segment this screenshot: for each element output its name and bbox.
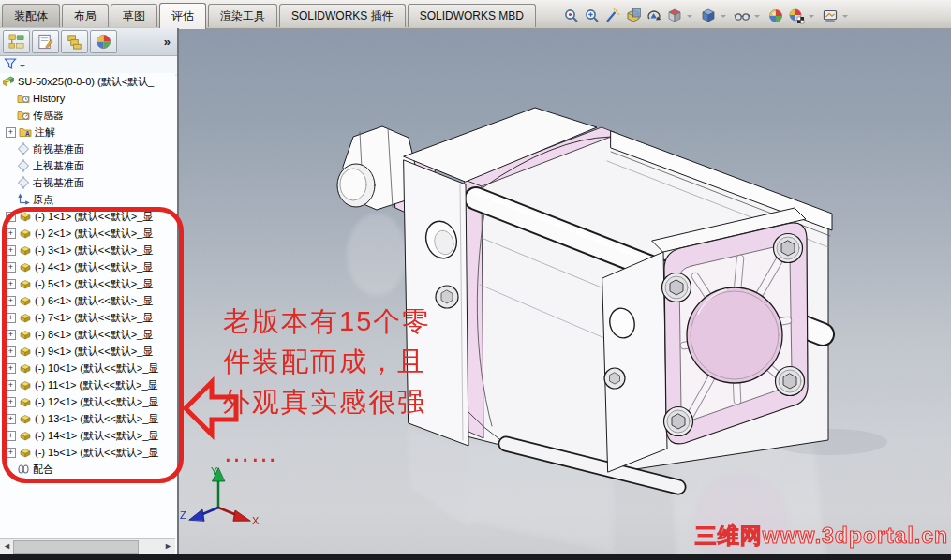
heads-up-view-toolbar <box>563 7 855 24</box>
expand-box[interactable]: + <box>6 380 16 391</box>
tree-item-plane-6[interactable]: 右视基准面 <box>0 174 175 191</box>
tree-item-part-8[interactable]: +(-) 1<1> (默认<<默认>_显 <box>0 208 175 225</box>
scroll-left-arrow[interactable]: ◄ <box>2 541 12 552</box>
filter-dropdown-arrow[interactable] <box>20 65 25 70</box>
tree-item-part-11[interactable]: +(-) 4<1> (默认<<默认>_显 <box>0 258 175 275</box>
mates-icon <box>17 463 30 476</box>
tab-command-5[interactable]: SOLIDWORKS 插件 <box>279 4 406 27</box>
view-settings-icon[interactable] <box>822 7 839 24</box>
tree-item-part-18[interactable]: +(-) 11<1> (默认<<默认>_显 <box>0 376 175 393</box>
expand-box[interactable]: + <box>6 397 16 407</box>
view-settings-dropdown-arrow[interactable] <box>842 15 848 21</box>
tree-item-label: (-) 3<1> (默认<<默认>_显 <box>35 243 153 258</box>
tree-item-part-13[interactable]: +(-) 6<1> (默认<<默认>_显 <box>0 292 175 309</box>
rotate-view-icon[interactable] <box>646 7 662 24</box>
zoom-fit-icon[interactable] <box>563 7 580 24</box>
annotations-icon: A <box>19 125 32 139</box>
expand-box[interactable]: + <box>6 431 16 441</box>
tab-command-1[interactable]: 布局 <box>62 4 109 27</box>
tree-item-part-21[interactable]: +(-) 14<1> (默认<<默认>_显 <box>0 427 175 444</box>
tree-item-part-10[interactable]: +(-) 3<1> (默认<<默认>_显 <box>0 242 175 258</box>
part-icon <box>19 243 32 257</box>
tree-item-label: SU-50x25(0-0-0) (默认<默认_ <box>18 75 154 89</box>
tree-item-annotations-3[interactable]: +A注解 <box>0 124 175 140</box>
expand-box[interactable]: + <box>6 414 16 424</box>
tree-item-label: (-) 13<1> (默认<<默认>_显 <box>35 412 158 426</box>
expand-box[interactable]: + <box>6 346 16 357</box>
display-style-icon[interactable] <box>700 7 717 24</box>
panel-more-chevrons[interactable]: » <box>164 35 174 49</box>
tab-evaluate[interactable]: 评估 <box>159 3 206 29</box>
part-icon <box>19 311 32 324</box>
view-orientation-dropdown-arrow[interactable] <box>687 15 692 21</box>
propertymanager-tab[interactable] <box>32 30 59 53</box>
model-bore-cover[interactable] <box>687 287 782 383</box>
expand-box[interactable]: + <box>6 363 16 374</box>
apply-scene-icon[interactable] <box>788 7 805 24</box>
tab-command-2[interactable]: 草图 <box>111 4 157 27</box>
tree-item-part-9[interactable]: +(-) 2<1> (默认<<默认>_显 <box>0 225 175 242</box>
hide-show-items-icon[interactable] <box>734 7 750 24</box>
expand-box[interactable]: + <box>6 296 16 306</box>
tree-item-part-20[interactable]: +(-) 13<1> (默认<<默认>_显 <box>0 410 175 427</box>
featuremanager-tab[interactable] <box>3 30 30 53</box>
tree-item-label: (-) 5<1> (默认<<默认>_显 <box>35 277 153 291</box>
tree-item-sensors-2[interactable]: 传感器 <box>0 107 175 124</box>
configurationmanager-tab[interactable] <box>61 30 88 53</box>
scroll-right-arrow[interactable]: ► <box>163 541 173 552</box>
tree-item-mates-23[interactable]: 配合 <box>0 461 175 478</box>
edit-appearance-icon[interactable] <box>767 7 784 24</box>
tree-item-label: 上视基准面 <box>33 159 84 173</box>
tab-command-4[interactable]: 渲染工具 <box>208 4 277 27</box>
model-rear-screw[interactable] <box>436 286 458 308</box>
3d-scene[interactable]: Y X Z <box>179 28 951 554</box>
tree-item-part-17[interactable]: +(-) 10<1> (默认<<默认>_显 <box>0 360 175 376</box>
tab-command-0[interactable]: 装配体 <box>2 4 60 27</box>
expand-box[interactable]: + <box>6 127 16 138</box>
section-view-icon[interactable] <box>625 7 642 24</box>
expand-box[interactable]: + <box>6 330 16 340</box>
tree-item-part-16[interactable]: +(-) 9<1> (默认<<默认>_显 <box>0 343 175 360</box>
tree-item-label: 原点 <box>33 193 53 207</box>
tree-item-part-12[interactable]: +(-) 5<1> (默认<<默认>_显 <box>0 275 175 292</box>
tree-item-label: (-) 7<1> (默认<<默认>_显 <box>35 311 153 325</box>
view-orientation-icon[interactable] <box>666 7 683 24</box>
tree-item-history-1[interactable]: History <box>0 90 175 107</box>
model-front-side-screw[interactable] <box>604 368 625 389</box>
tab-command-6[interactable]: SOLIDWORKS MBD <box>408 4 536 27</box>
tree-item-origin-7[interactable]: 原点 <box>0 191 175 208</box>
reference-triad: Y X Z <box>180 465 260 526</box>
part-icon <box>19 446 32 459</box>
expand-box[interactable]: + <box>6 212 16 222</box>
tree-item-part-14[interactable]: +(-) 7<1> (默认<<默认>_显 <box>0 309 175 326</box>
tree-item-label: (-) 15<1> (默认<<默认>_显 <box>35 446 158 460</box>
part-icon <box>19 361 32 375</box>
plane-icon <box>17 159 30 172</box>
expand-box[interactable]: + <box>6 245 16 256</box>
scrollbar-thumb[interactable] <box>13 540 139 554</box>
part-icon <box>19 378 32 391</box>
filter-funnel-icon[interactable] <box>4 57 17 74</box>
expand-box[interactable]: + <box>6 228 16 239</box>
expand-box[interactable]: + <box>6 313 16 323</box>
tree-item-part-15[interactable]: +(-) 8<1> (默认<<默认>_显 <box>0 326 175 343</box>
part-icon <box>19 294 32 307</box>
tree-item-part-19[interactable]: +(-) 12<1> (默认<<默认>_显 <box>0 393 175 410</box>
tree-horizontal-scrollbar[interactable]: ◄ ► <box>0 538 175 554</box>
hide-show-items-dropdown-arrow[interactable] <box>754 15 760 21</box>
tree-item-plane-5[interactable]: 上视基准面 <box>0 157 175 174</box>
apply-scene-dropdown-arrow[interactable] <box>809 15 814 21</box>
tree-root-item[interactable]: SU-50x25(0-0-0) (默认<默认_ <box>0 73 175 90</box>
expand-box[interactable]: + <box>6 262 16 273</box>
expand-box[interactable]: + <box>6 448 16 458</box>
tree-item-part-22[interactable]: +(-) 15<1> (默认<<默认>_显 <box>0 444 175 461</box>
zoom-to-selection-icon[interactable] <box>604 7 621 24</box>
part-icon <box>19 210 32 223</box>
sensors-icon <box>17 109 30 122</box>
zoom-area-icon[interactable] <box>584 7 601 24</box>
graphics-viewport[interactable]: Y X Z 三维网www.3dportal.cn <box>179 28 951 554</box>
display-style-dropdown-arrow[interactable] <box>721 15 726 21</box>
expand-box[interactable]: + <box>6 279 16 289</box>
tree-item-plane-4[interactable]: 前视基准面 <box>0 140 175 157</box>
displaymanager-tab[interactable] <box>90 30 117 53</box>
